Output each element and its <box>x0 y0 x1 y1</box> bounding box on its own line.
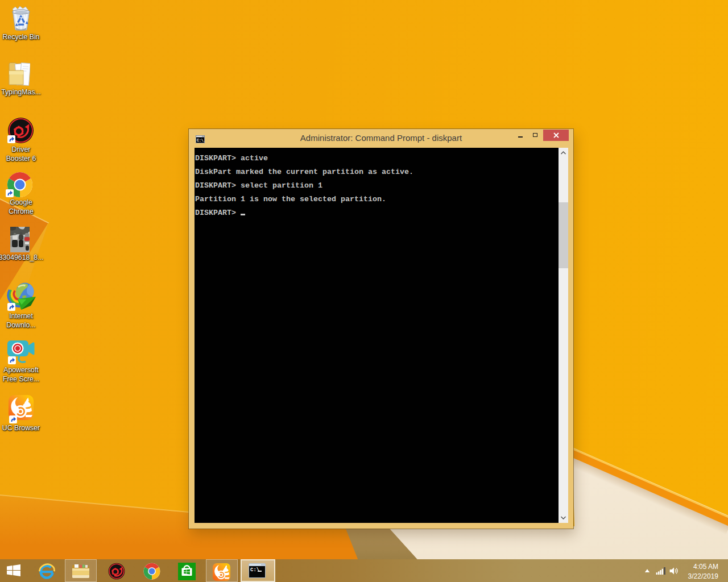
svg-text:C:\_: C:\_ <box>197 139 205 143</box>
svg-text:C:\: C:\ <box>250 567 260 573</box>
